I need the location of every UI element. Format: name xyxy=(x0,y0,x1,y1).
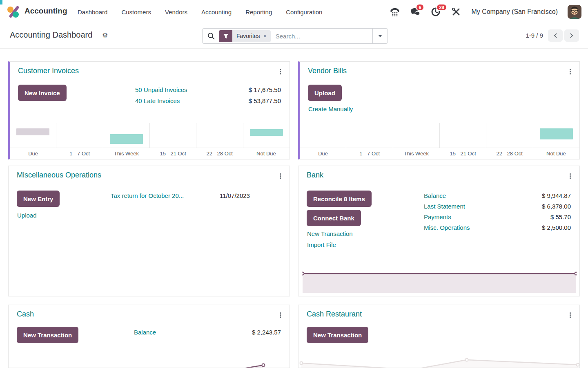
misc-operations-amount: $ 2,500.00 xyxy=(542,224,571,231)
chart-slot xyxy=(393,123,440,148)
chart-bar xyxy=(110,134,143,144)
search-input[interactable]: Search... xyxy=(276,33,372,40)
reconcile-items-button[interactable]: Reconcile 8 Items xyxy=(307,191,372,207)
accounting-app-icon[interactable] xyxy=(7,5,20,18)
card-title-vendor-bills[interactable]: Vendor Bills xyxy=(308,67,347,75)
create-manually-link[interactable]: Create Manually xyxy=(308,105,353,112)
search-icon xyxy=(207,32,215,40)
tax-return-date: 11/07/2023 xyxy=(220,192,250,199)
card-title-customer-invoices[interactable]: Customer Invoices xyxy=(18,67,79,75)
chart-bar xyxy=(540,128,573,139)
chart-slot xyxy=(243,123,290,148)
unpaid-invoices-link[interactable]: 50 Unpaid Invoices xyxy=(135,86,187,93)
search-bar[interactable]: Favorites × Search... xyxy=(202,28,388,44)
aged-payable-chart[interactable]: Due1 - 7 Oct This Week15 - 21 Oct 22 - 2… xyxy=(300,123,579,159)
late-invoices-link[interactable]: 40 Late Invoices xyxy=(135,97,180,104)
voip-phone-icon[interactable] xyxy=(390,7,400,17)
accounting-dashboard-page: Accounting Dashboard Customers Vendors A… xyxy=(0,0,588,368)
search-dropdown-toggle[interactable] xyxy=(372,29,388,43)
pager-counter: 1-9 / 9 xyxy=(526,32,543,39)
filter-icon xyxy=(219,30,232,42)
chart-slot xyxy=(196,123,243,148)
cash-balance-line-chart[interactable] xyxy=(9,350,290,368)
chart-slot xyxy=(300,123,346,148)
systray: 6 28 My Company (San Francisco) xyxy=(390,0,581,24)
new-entry-button[interactable]: New Entry xyxy=(17,191,60,207)
new-transaction-button[interactable]: New Transaction xyxy=(17,327,78,343)
facet-label: Favorites xyxy=(236,33,260,39)
payments-amount: $ 55.70 xyxy=(550,213,571,220)
card-title-cash-restaurant[interactable]: Cash Restaurant xyxy=(307,310,362,319)
chart-bar xyxy=(16,128,50,135)
menu-dashboard[interactable]: Dashboard xyxy=(78,9,107,16)
menu-customers[interactable]: Customers xyxy=(121,9,151,16)
card-miscellaneous-operations: Miscellaneous Operations New Entry Uploa… xyxy=(8,166,290,296)
balance-link[interactable]: Balance xyxy=(424,192,446,199)
facet-remove-icon[interactable]: × xyxy=(263,33,267,39)
aged-receivable-chart[interactable]: Due1 - 7 Oct This Week15 - 21 Oct 22 - 2… xyxy=(10,123,290,159)
main-menu: Dashboard Customers Vendors Accounting R… xyxy=(78,0,322,24)
kebab-menu-icon[interactable] xyxy=(277,311,283,319)
logo-teal-dot xyxy=(13,11,19,18)
chart-slot xyxy=(346,123,393,148)
kebab-menu-icon[interactable] xyxy=(277,67,283,76)
last-statement-amount: $ 6,378.00 xyxy=(542,203,571,210)
top-navbar: Accounting Dashboard Customers Vendors A… xyxy=(0,0,588,24)
menu-reporting[interactable]: Reporting xyxy=(245,9,272,16)
card-title-bank[interactable]: Bank xyxy=(307,171,323,180)
card-title-cash[interactable]: Cash xyxy=(17,310,34,319)
pager-previous-button[interactable] xyxy=(548,29,563,42)
kebab-menu-icon[interactable] xyxy=(567,172,573,180)
upload-link[interactable]: Upload xyxy=(17,212,37,219)
kebab-menu-icon[interactable] xyxy=(567,311,573,319)
new-transaction-button[interactable]: New Transaction xyxy=(307,327,368,343)
page-title: Accounting Dashboard xyxy=(10,30,92,40)
card-cash: Cash New Transaction Balance $ 2,243.57 xyxy=(8,305,290,368)
chart-slot xyxy=(103,123,150,148)
menu-configuration[interactable]: Configuration xyxy=(286,9,322,16)
messages-badge: 6 xyxy=(416,4,424,11)
messages-icon[interactable]: 6 xyxy=(410,7,421,17)
control-panel: Accounting Dashboard ⚙ Favorites × xyxy=(0,24,588,49)
gear-icon[interactable]: ⚙ xyxy=(102,31,108,39)
app-name[interactable]: Accounting xyxy=(24,7,67,16)
menu-accounting[interactable]: Accounting xyxy=(201,9,232,16)
chevron-down-icon xyxy=(378,35,382,37)
payments-link[interactable]: Payments xyxy=(424,213,451,220)
user-avatar[interactable] xyxy=(568,5,581,19)
new-invoice-button[interactable]: New Invoice xyxy=(18,85,67,101)
activities-badge: 28 xyxy=(436,4,447,11)
misc-operations-link[interactable]: Misc. Operations xyxy=(424,224,470,231)
tax-return-link[interactable]: Tax return for October 20... xyxy=(111,192,184,199)
import-file-link[interactable]: Import File xyxy=(307,241,336,248)
chart-slot xyxy=(440,123,486,148)
tools-icon[interactable] xyxy=(451,7,461,17)
activities-clock-icon[interactable]: 28 xyxy=(430,7,441,17)
last-statement-link[interactable]: Last Statement xyxy=(424,203,465,210)
unpaid-invoices-amount: $ 17,675.50 xyxy=(249,86,281,93)
search-facet-favorites[interactable]: Favorites × xyxy=(219,30,271,42)
company-switcher[interactable]: My Company (San Francisco) xyxy=(471,8,558,16)
pager-next-button[interactable] xyxy=(564,29,579,42)
kebab-menu-icon[interactable] xyxy=(567,67,573,76)
cash-balance-amount: $ 2,243.57 xyxy=(252,329,281,336)
card-vendor-bills: Vendor Bills Upload Create Manually Due1… xyxy=(298,61,580,159)
balance-amount: $ 9,944.87 xyxy=(542,192,571,199)
cash-balance-link[interactable]: Balance xyxy=(134,329,156,336)
late-invoices-amount: $ 53,877.50 xyxy=(249,97,281,104)
upload-bill-button[interactable]: Upload xyxy=(308,85,342,101)
chart-slot xyxy=(486,123,533,148)
card-customer-invoices: Customer Invoices New Invoice 50 Unpaid … xyxy=(8,61,290,159)
chart-bar xyxy=(250,129,283,136)
cash-restaurant-line-chart[interactable] xyxy=(298,350,580,368)
new-transaction-link[interactable]: New Transaction xyxy=(307,230,353,237)
kebab-menu-icon[interactable] xyxy=(277,172,283,180)
menu-vendors[interactable]: Vendors xyxy=(165,9,187,16)
bank-balance-line-chart[interactable] xyxy=(302,270,577,296)
connect-bank-button[interactable]: Connect Bank xyxy=(307,210,361,226)
chart-slot xyxy=(56,123,103,148)
card-title-misc-operations[interactable]: Miscellaneous Operations xyxy=(17,171,101,180)
chart-slot xyxy=(150,123,196,148)
chart-slot xyxy=(533,123,579,148)
chart-x-axis-labels: Due1 - 7 Oct This Week15 - 21 Oct 22 - 2… xyxy=(300,148,579,159)
